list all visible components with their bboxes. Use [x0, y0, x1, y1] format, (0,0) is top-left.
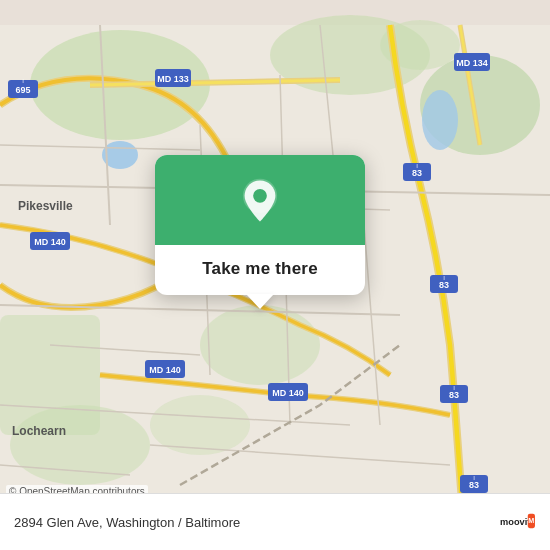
svg-text:Lochearn: Lochearn — [12, 424, 66, 438]
svg-text:83: 83 — [412, 168, 422, 178]
bottom-bar: 2894 Glen Ave, Washington / Baltimore mo… — [0, 493, 550, 550]
location-popup: Take me there — [155, 155, 365, 295]
take-me-there-button[interactable]: Take me there — [202, 259, 318, 279]
svg-point-8 — [10, 405, 150, 485]
svg-point-6 — [200, 305, 320, 385]
svg-text:695: 695 — [15, 85, 30, 95]
svg-text:MD 134: MD 134 — [456, 58, 488, 68]
popup-action-area: Take me there — [155, 245, 365, 295]
svg-text:moovit: moovit — [500, 517, 530, 527]
moovit-logo: moovit M — [500, 504, 536, 540]
svg-point-56 — [253, 189, 267, 203]
svg-text:83: 83 — [449, 390, 459, 400]
svg-text:MD 140: MD 140 — [149, 365, 181, 375]
location-pin-icon — [236, 177, 284, 225]
svg-text:83: 83 — [439, 280, 449, 290]
svg-text:Pikesville: Pikesville — [18, 199, 73, 213]
svg-text:83: 83 — [469, 480, 479, 490]
svg-text:MD 133: MD 133 — [157, 74, 189, 84]
svg-point-10 — [422, 90, 458, 150]
svg-text:MD 140: MD 140 — [272, 388, 304, 398]
address-label: 2894 Glen Ave, Washington / Baltimore — [14, 515, 240, 530]
svg-text:M: M — [528, 516, 534, 525]
popup-header — [155, 155, 365, 245]
map-container: 695 I MD 133 MD 134 83 I 83 I 83 I 83 I … — [0, 0, 550, 550]
svg-text:MD 140: MD 140 — [34, 237, 66, 247]
